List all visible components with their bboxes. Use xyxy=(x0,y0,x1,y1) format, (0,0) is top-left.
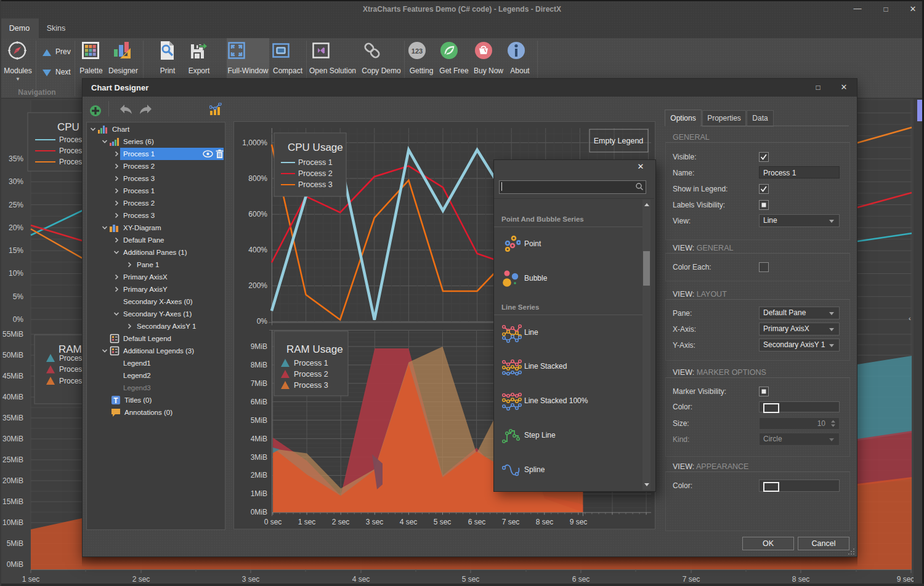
svg-text:5 sec: 5 sec xyxy=(434,518,452,526)
svg-text:3MiB: 3MiB xyxy=(251,453,267,462)
svg-text:5 sec: 5 sec xyxy=(462,575,480,584)
svg-text:5%: 5% xyxy=(13,292,24,301)
svg-text:35MiB: 35MiB xyxy=(2,414,23,422)
svg-text:8 sec: 8 sec xyxy=(536,518,554,526)
svg-text:1 sec: 1 sec xyxy=(298,518,316,526)
svg-text:Process 1: Process 1 xyxy=(298,158,333,167)
svg-text:400%: 400% xyxy=(248,246,267,254)
svg-text:123: 123 xyxy=(411,47,423,55)
svg-text:45MiB: 45MiB xyxy=(2,372,23,380)
svg-text:Process 2: Process 2 xyxy=(294,370,328,379)
svg-text:25MiB: 25MiB xyxy=(2,456,23,464)
svg-text:30%: 30% xyxy=(9,177,23,186)
svg-text:15%: 15% xyxy=(9,246,23,255)
svg-text:5MiB: 5MiB xyxy=(7,539,23,548)
svg-text:Process 3: Process 3 xyxy=(294,381,328,390)
svg-text:3 sec: 3 sec xyxy=(366,518,384,526)
svg-text:2MiB: 2MiB xyxy=(251,471,267,480)
svg-text:0MiB: 0MiB xyxy=(7,560,23,569)
svg-text:1MiB: 1MiB xyxy=(251,489,267,498)
svg-text:2 sec: 2 sec xyxy=(332,518,350,526)
svg-text:7 sec: 7 sec xyxy=(683,575,700,584)
svg-text:2 sec: 2 sec xyxy=(132,575,150,584)
svg-text:8MiB: 8MiB xyxy=(251,361,267,369)
svg-text:9 sec: 9 sec xyxy=(570,518,588,526)
svg-text:0%: 0% xyxy=(257,317,268,326)
svg-text:40MiB: 40MiB xyxy=(2,393,23,401)
svg-text:30MiB: 30MiB xyxy=(2,435,23,443)
svg-text:200%: 200% xyxy=(248,281,267,290)
svg-text:0 sec: 0 sec xyxy=(264,518,282,526)
svg-text:CPU Usage: CPU Usage xyxy=(288,142,343,153)
svg-text:20%: 20% xyxy=(9,223,23,232)
svg-text:8 sec: 8 sec xyxy=(792,575,810,584)
svg-text:1,000%: 1,000% xyxy=(242,138,267,147)
svg-text:0MiB: 0MiB xyxy=(251,508,267,516)
svg-text:1 sec: 1 sec xyxy=(22,575,40,584)
svg-text:5MiB: 5MiB xyxy=(251,416,267,425)
svg-text:50MiB: 50MiB xyxy=(2,351,23,359)
svg-text:RAM Usage: RAM Usage xyxy=(286,343,343,355)
svg-text:Process 2: Process 2 xyxy=(298,169,333,178)
svg-text:15MiB: 15MiB xyxy=(2,497,23,506)
svg-text:7 sec: 7 sec xyxy=(502,518,520,526)
svg-text:Empty Legend: Empty Legend xyxy=(594,137,644,145)
svg-text:600%: 600% xyxy=(248,210,267,219)
svg-text:0%: 0% xyxy=(13,315,24,324)
svg-text:7MiB: 7MiB xyxy=(251,379,267,388)
svg-text:800%: 800% xyxy=(248,174,267,183)
svg-text:9 sec: 9 sec xyxy=(897,575,915,584)
svg-text:20MiB: 20MiB xyxy=(2,476,23,485)
svg-text:10%: 10% xyxy=(9,269,23,278)
svg-text:9MiB: 9MiB xyxy=(251,342,267,351)
svg-text:6 sec: 6 sec xyxy=(572,575,590,584)
svg-text:4 sec: 4 sec xyxy=(400,518,418,526)
svg-text:T: T xyxy=(113,396,118,405)
svg-text:55MiB: 55MiB xyxy=(2,330,23,339)
svg-text:6MiB: 6MiB xyxy=(251,398,267,406)
svg-text:6 sec: 6 sec xyxy=(468,518,486,526)
svg-text:25%: 25% xyxy=(9,201,23,209)
svg-text:3 sec: 3 sec xyxy=(242,575,260,584)
svg-text:Process 1: Process 1 xyxy=(294,359,328,367)
svg-text:Process 3: Process 3 xyxy=(298,180,333,189)
svg-text:10MiB: 10MiB xyxy=(2,518,23,527)
svg-text:4 sec: 4 sec xyxy=(352,575,370,584)
svg-text:35%: 35% xyxy=(9,155,23,163)
svg-text:4MiB: 4MiB xyxy=(251,435,267,443)
